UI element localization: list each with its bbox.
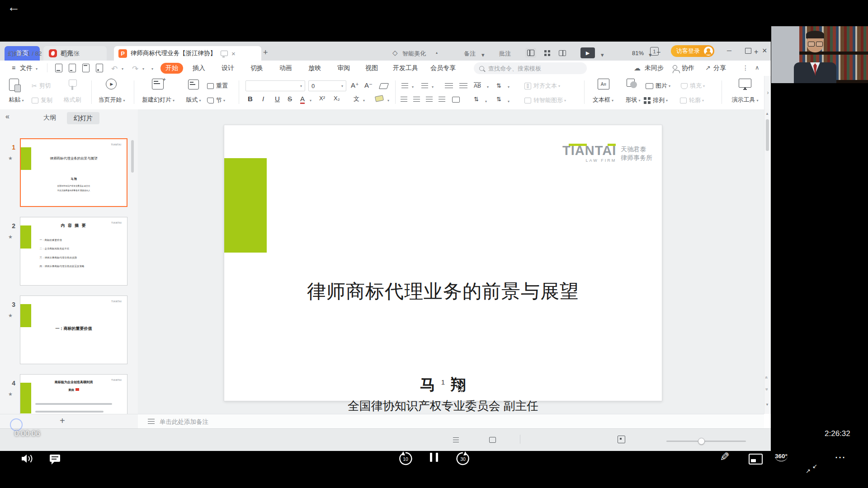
cloud-sync-icon[interactable]: ☁: [634, 64, 641, 72]
status-notes-icon[interactable]: [453, 437, 459, 443]
template-name[interactable]: 2_纸张: [61, 50, 79, 58]
beautify-caret-icon[interactable]: ▴: [436, 51, 438, 55]
scroll-up-icon[interactable]: ▲: [765, 112, 769, 116]
collaborate-icon[interactable]: [673, 65, 680, 73]
print-icon[interactable]: [82, 64, 90, 72]
view-reading-button[interactable]: [557, 48, 568, 58]
bullet-list-icon[interactable]: [401, 83, 408, 89]
distribute-icon[interactable]: [452, 97, 460, 103]
redo-caret-icon[interactable]: ▾: [142, 67, 144, 71]
quick-access-more-icon[interactable]: ▾: [151, 67, 153, 71]
forward-30-button[interactable]: 30: [455, 451, 471, 466]
status-notes-caret-icon[interactable]: ▾: [481, 52, 485, 58]
text-box-button[interactable]: 文本框▾: [588, 96, 618, 104]
font-size-select[interactable]: 0▾: [308, 80, 346, 91]
collaborate-label[interactable]: 协作: [682, 64, 694, 72]
new-slide-button[interactable]: 新建幻灯片▾: [137, 96, 180, 104]
add-slide-button[interactable]: +: [60, 416, 65, 426]
zoom-in-button[interactable]: +: [754, 48, 758, 56]
bold-button[interactable]: B: [248, 95, 253, 103]
scrollbar-thumb[interactable]: [766, 119, 769, 151]
line-spacing-caret-icon[interactable]: ▾: [485, 99, 487, 103]
scroll-down-icon[interactable]: ▼: [765, 403, 769, 407]
sync-status-label[interactable]: 未同步: [645, 64, 664, 72]
decrease-indent-icon[interactable]: [445, 83, 453, 89]
paste-icon[interactable]: [9, 79, 19, 91]
menu-tab-home[interactable]: 开始: [160, 63, 183, 74]
text-direction-caret-icon[interactable]: ▾: [487, 85, 489, 89]
underline-button[interactable]: U: [275, 95, 280, 103]
tab-slides[interactable]: 幻灯片: [67, 112, 99, 124]
numbered-caret-icon[interactable]: ▾: [432, 85, 434, 89]
format-painter-button[interactable]: 格式刷: [60, 96, 85, 104]
bullet-caret-icon[interactable]: ▾: [412, 85, 414, 89]
layout-button[interactable]: 版式▾: [182, 96, 205, 104]
menu-tab-insert[interactable]: 插入: [193, 64, 205, 72]
slide-thumbnail-1[interactable]: TIANTAI 律师商标代理业务的前景与展望 马 翔 全国律协知识产权专业委员会…: [20, 138, 127, 207]
slide-thumbnail-3[interactable]: TIANTAI 一：商标的重要价值: [20, 296, 127, 364]
decrease-font-icon[interactable]: A⁻: [364, 81, 373, 89]
fit-slide-icon[interactable]: [618, 436, 625, 443]
export-icon[interactable]: [69, 64, 76, 72]
more-options-button[interactable]: ⋯: [835, 452, 845, 463]
present-tools-button[interactable]: 演示工具▾: [727, 96, 763, 104]
collapse-ribbon-icon[interactable]: ∧: [755, 64, 760, 71]
reset-button[interactable]: 重置: [207, 80, 228, 91]
paragraph-spacing-caret-icon[interactable]: ▾: [508, 99, 509, 103]
file-menu[interactable]: ≡ 文件 ▾: [12, 64, 38, 72]
section-button[interactable]: 节▾: [207, 95, 225, 106]
close-tab-icon[interactable]: ×: [231, 50, 236, 57]
play-from-current-button[interactable]: 当页开始▾: [94, 96, 129, 104]
justify-icon[interactable]: [439, 97, 445, 102]
slideshow-play-button[interactable]: ▶: [580, 47, 595, 58]
picture-in-picture-button[interactable]: [749, 454, 763, 465]
to-smart-graphic-button[interactable]: 转智能图形▾: [524, 95, 566, 106]
menu-tab-view[interactable]: 视图: [365, 64, 378, 72]
search-input[interactable]: [487, 65, 571, 72]
char-spacing-icon[interactable]: ⇅: [496, 82, 501, 89]
beautify-icon[interactable]: ◇: [392, 49, 398, 56]
font-color-button[interactable]: A: [300, 95, 305, 104]
zoom-slider-knob[interactable]: [698, 438, 705, 445]
menu-tab-devtools[interactable]: 开发工具: [393, 64, 418, 72]
slide-1[interactable]: TIANTAI LAW FIRM 天驰君泰律师事务所 律师商标代理业务的前景与展…: [224, 125, 662, 401]
command-search[interactable]: [474, 62, 587, 74]
highlight-caret-icon[interactable]: ▾: [387, 99, 389, 103]
char-spacing-caret-icon[interactable]: ▾: [508, 85, 509, 89]
zoom-caret-icon[interactable]: ▾: [649, 52, 652, 58]
arrange-button[interactable]: 排列▾: [644, 95, 668, 106]
comments-icon[interactable]: [489, 437, 496, 443]
undo-caret-icon[interactable]: ▾: [122, 67, 123, 71]
collapse-panel-icon[interactable]: «: [5, 113, 9, 120]
paste-button[interactable]: 粘贴▾: [4, 96, 29, 104]
font-color-caret-icon[interactable]: ▾: [310, 99, 311, 103]
slide-thumbnail-2[interactable]: TIANTAI 内 容 摘 要 一：商标的重要价值 二：企业商标风险无处不在 三…: [20, 217, 127, 286]
undo-icon[interactable]: ↶: [111, 64, 118, 74]
rewind-10-button[interactable]: 10: [398, 451, 413, 466]
shapes-button[interactable]: 形状▾: [620, 96, 646, 104]
exit-fullscreen-button[interactable]: ↙ ↗: [806, 463, 817, 474]
next-slide-icon[interactable]: «: [764, 388, 769, 391]
chat-button[interactable]: [49, 454, 61, 467]
italic-button[interactable]: I: [262, 95, 264, 103]
previous-slide-icon[interactable]: «: [764, 376, 769, 379]
comments-button[interactable]: 批注: [499, 50, 511, 58]
back-button[interactable]: ←: [7, 1, 20, 14]
sidebar-scrollbar[interactable]: [131, 140, 134, 173]
save-icon[interactable]: [55, 64, 62, 72]
cut-button[interactable]: ✂剪切: [32, 80, 51, 91]
tab-document[interactable]: P 律师商标代理业务【浙江律协】 ×: [114, 46, 261, 61]
strikethrough-button[interactable]: S: [288, 95, 292, 103]
webcam-video[interactable]: [771, 26, 868, 83]
close-window-button[interactable]: ×: [762, 47, 767, 55]
copy-button[interactable]: 复制: [32, 95, 52, 106]
text-direction-icon[interactable]: AB: [474, 82, 481, 89]
tab-outline[interactable]: 大纲: [43, 114, 56, 122]
align-center-icon[interactable]: [413, 97, 420, 102]
menu-tab-member[interactable]: 会员专享: [430, 64, 456, 72]
align-left-icon[interactable]: [401, 97, 407, 102]
paragraph-spacing-icon[interactable]: ⇅: [496, 96, 501, 103]
menu-tab-review[interactable]: 审阅: [337, 64, 350, 72]
menu-tab-slideshow[interactable]: 放映: [308, 64, 321, 72]
increase-indent-icon[interactable]: [459, 83, 467, 89]
